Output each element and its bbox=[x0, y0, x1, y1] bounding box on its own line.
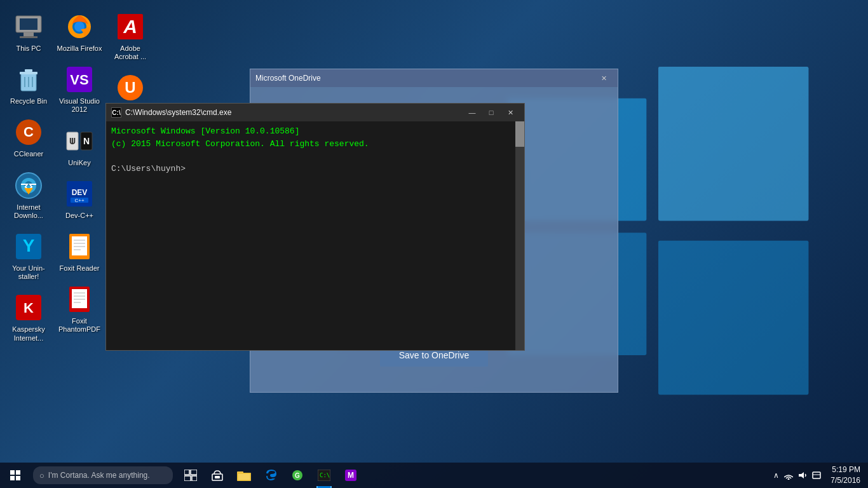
svg-rect-7 bbox=[24, 32, 34, 36]
taskbar-right: ∧ bbox=[769, 464, 868, 486]
svg-text:Y: Y bbox=[23, 236, 35, 255]
cmd-line-3 bbox=[111, 150, 519, 163]
icon-dev-cpp[interactable]: DEV C++ Dev-C++ bbox=[54, 173, 105, 225]
svg-rect-6 bbox=[20, 18, 37, 30]
svg-rect-8 bbox=[20, 36, 37, 38]
svg-text:A: A bbox=[123, 16, 137, 37]
svg-rect-13 bbox=[20, 72, 37, 74]
chevron-button[interactable]: ∧ bbox=[771, 470, 781, 481]
cmd-minimize-button[interactable]: — bbox=[463, 106, 481, 119]
svg-rect-71 bbox=[813, 472, 820, 478]
icon-visual-studio-label: Visual Studio 2012 bbox=[57, 97, 102, 114]
svg-rect-54 bbox=[184, 470, 189, 475]
purple-app-button[interactable]: M bbox=[338, 463, 363, 488]
icon-ccleaner[interactable]: C CCleaner bbox=[3, 112, 54, 163]
svg-rect-3 bbox=[658, 241, 808, 395]
icon-kaspersky-label: Kaspersky Internet... bbox=[6, 325, 51, 342]
cortana-search[interactable]: ○ I'm Cortana. Ask me anything. bbox=[33, 466, 173, 484]
svg-point-69 bbox=[788, 478, 790, 480]
svg-text:C++: C++ bbox=[74, 198, 84, 203]
svg-text:VS: VS bbox=[70, 72, 88, 88]
gamepad-button[interactable]: G bbox=[285, 463, 310, 488]
onedrive-titlebar: Microsoft OneDrive ✕ bbox=[250, 69, 618, 87]
svg-text:I: I bbox=[71, 136, 74, 146]
store-button[interactable] bbox=[205, 463, 230, 488]
svg-rect-56 bbox=[184, 476, 191, 481]
search-icon: ○ bbox=[39, 471, 44, 480]
cmd-scrollbar-thumb[interactable] bbox=[515, 121, 524, 147]
notification-icon[interactable] bbox=[810, 470, 823, 481]
task-view-button[interactable] bbox=[178, 463, 203, 488]
cmd-close-button[interactable]: ✕ bbox=[501, 106, 519, 119]
cmd-content[interactable]: Microsoft Windows [Version 10.0.10586] (… bbox=[106, 121, 524, 350]
sys-tray: ∧ bbox=[769, 470, 825, 481]
icon-this-pc[interactable]: This PC bbox=[3, 6, 54, 58]
cmd-title-text: C:\Windows\system32\cmd.exe bbox=[125, 108, 463, 117]
file-explorer-button[interactable] bbox=[231, 463, 257, 488]
icon-unikey-label: UniKey bbox=[68, 159, 90, 167]
svg-text:DEV: DEV bbox=[72, 188, 88, 197]
svg-rect-39 bbox=[72, 236, 87, 255]
icon-internet-download-label: Internet Downlo... bbox=[6, 203, 51, 220]
svg-rect-14 bbox=[25, 69, 32, 72]
svg-rect-57 bbox=[192, 476, 197, 481]
windows-logo-icon bbox=[10, 470, 20, 480]
svg-rect-45 bbox=[72, 289, 87, 308]
cmd-window: C:\ C:\Windows\system32\cmd.exe — □ ✕ Mi… bbox=[105, 103, 525, 351]
system-clock[interactable]: 5:19 PM 7/5/2016 bbox=[825, 464, 865, 486]
icon-firefox-label: Mozilla Firefox bbox=[57, 44, 102, 53]
svg-rect-59 bbox=[215, 476, 220, 478]
icon-your-uninstaller-label: Your Unin-staller! bbox=[6, 264, 51, 281]
svg-text:C:\: C:\ bbox=[320, 472, 330, 478]
cmd-line-2: (c) 2015 Microsoft Corporation. All righ… bbox=[111, 138, 519, 151]
icon-foxit-reader[interactable]: Foxit Reader bbox=[54, 226, 105, 278]
cmd-controls: — □ ✕ bbox=[463, 106, 519, 119]
icon-ccleaner-label: CCleaner bbox=[14, 150, 43, 158]
taskbar-items: G C:\ M bbox=[178, 463, 363, 488]
icon-firefox[interactable]: Mozilla Firefox bbox=[54, 6, 105, 58]
edge-button[interactable] bbox=[258, 463, 283, 488]
icon-visual-studio[interactable]: VS Visual Studio 2012 bbox=[54, 59, 105, 119]
network-icon[interactable] bbox=[782, 470, 795, 481]
svg-rect-55 bbox=[191, 470, 197, 475]
icon-foxit-reader-label: Foxit Reader bbox=[60, 264, 100, 273]
start-button[interactable] bbox=[0, 463, 31, 488]
cmd-line-4: C:\Users\huynh> bbox=[111, 163, 519, 175]
icon-your-uninstaller[interactable]: Y Your Unin-staller! bbox=[3, 226, 54, 286]
icon-unikey[interactable]: U I N UniKey bbox=[54, 121, 105, 172]
cmd-line-1: Microsoft Windows [Version 10.0.10586] bbox=[111, 125, 519, 138]
icon-recycle-bin-label: Recycle Bin bbox=[10, 97, 47, 105]
svg-marker-70 bbox=[799, 472, 804, 478]
icon-this-pc-label: This PC bbox=[16, 44, 41, 53]
clock-time: 5:19 PM bbox=[831, 464, 860, 475]
icon-kaspersky[interactable]: K Kaspersky Internet... bbox=[3, 287, 54, 347]
clock-date: 7/5/2016 bbox=[831, 475, 860, 486]
svg-text:U: U bbox=[125, 79, 135, 96]
svg-text:G: G bbox=[295, 472, 300, 479]
icon-adobe-acrobat-label: Adobe Acrobat ... bbox=[107, 44, 153, 61]
onedrive-close-button[interactable]: ✕ bbox=[595, 72, 613, 85]
icon-foxit-phantom-label: Foxit PhantomPDF bbox=[57, 317, 102, 334]
svg-text:M: M bbox=[348, 471, 354, 480]
svg-text:N: N bbox=[83, 136, 90, 146]
desktop-col-1: This PC Recycle Bin C bbox=[3, 6, 54, 349]
icon-internet-download[interactable]: Internet Downlo... bbox=[3, 165, 54, 225]
desktop: This PC Recycle Bin C bbox=[0, 0, 868, 488]
cmd-taskbar-button[interactable]: C:\ bbox=[311, 463, 337, 488]
cortana-search-text: I'm Cortana. Ask me anything. bbox=[48, 471, 150, 480]
icon-adobe-acrobat[interactable]: A Adobe Acrobat ... bbox=[105, 6, 156, 66]
cmd-title-icon: C:\ bbox=[111, 107, 121, 118]
volume-icon[interactable] bbox=[796, 470, 809, 481]
icon-foxit-phantom[interactable]: Foxit PhantomPDF bbox=[54, 279, 105, 339]
svg-text:C: C bbox=[24, 124, 34, 140]
cmd-titlebar: C:\ C:\Windows\system32\cmd.exe — □ ✕ bbox=[106, 104, 524, 121]
taskbar: ○ I'm Cortana. Ask me anything. bbox=[0, 463, 868, 488]
icon-recycle-bin[interactable]: Recycle Bin bbox=[3, 59, 54, 111]
onedrive-title: Microsoft OneDrive bbox=[255, 74, 595, 83]
svg-text:K: K bbox=[24, 300, 34, 316]
desktop-col-2: Mozilla Firefox VS Visual Studio 2012 U … bbox=[54, 6, 105, 341]
cmd-scrollbar[interactable] bbox=[515, 121, 524, 350]
cmd-maximize-button[interactable]: □ bbox=[482, 106, 500, 119]
svg-rect-62 bbox=[238, 473, 250, 480]
icon-dev-cpp-label: Dev-C++ bbox=[65, 212, 93, 220]
